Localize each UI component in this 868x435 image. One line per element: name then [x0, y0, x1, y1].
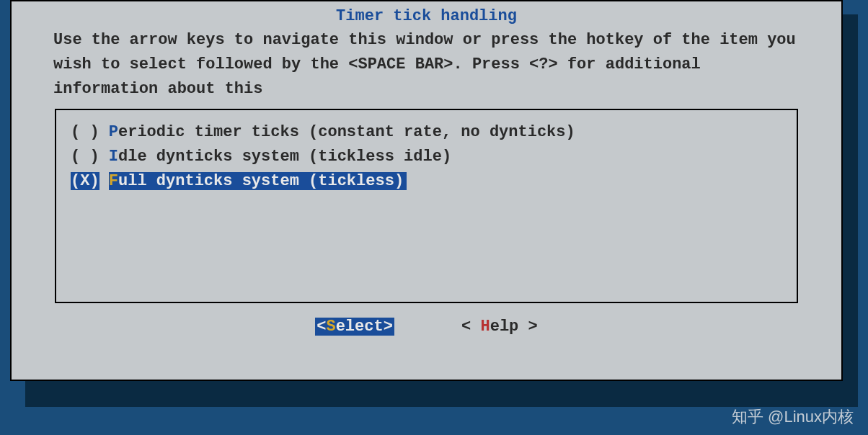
select-button[interactable]: <Select>: [315, 318, 394, 336]
options-box: ( ) Periodic timer ticks (constant rate,…: [55, 109, 798, 303]
option-periodic[interactable]: ( ) Periodic timer ticks (constant rate,…: [63, 120, 789, 145]
option-label: dle dynticks system (tickless idle): [118, 148, 451, 166]
option-label: ull dynticks system (tickless): [118, 172, 404, 190]
help-button[interactable]: < Help >: [461, 318, 538, 336]
option-hotkey: P: [109, 123, 118, 141]
watermark: 知乎 @Linux内核: [732, 406, 854, 428]
dialog-title: Timer tick handling: [26, 7, 827, 25]
option-idle-dynticks[interactable]: ( ) Idle dynticks system (tickless idle): [63, 145, 789, 169]
menuconfig-dialog: Timer tick handling Use the arrow keys t…: [10, 0, 843, 381]
option-full-dynticks[interactable]: (X) Full dynticks system (tickless): [63, 169, 789, 194]
radio-checked-icon: (X): [71, 172, 99, 190]
button-row: <Select> < Help >: [26, 318, 827, 336]
option-hotkey: I: [109, 148, 118, 166]
option-label-wrap: Full dynticks system (tickless): [109, 172, 407, 190]
option-label: eriodic timer ticks (constant rate, no d…: [118, 123, 575, 141]
radio-unchecked-icon: ( ): [71, 123, 99, 141]
option-hotkey: F: [109, 172, 118, 190]
radio-unchecked-icon: ( ): [71, 148, 99, 166]
help-text: Use the arrow keys to navigate this wind…: [26, 28, 827, 102]
